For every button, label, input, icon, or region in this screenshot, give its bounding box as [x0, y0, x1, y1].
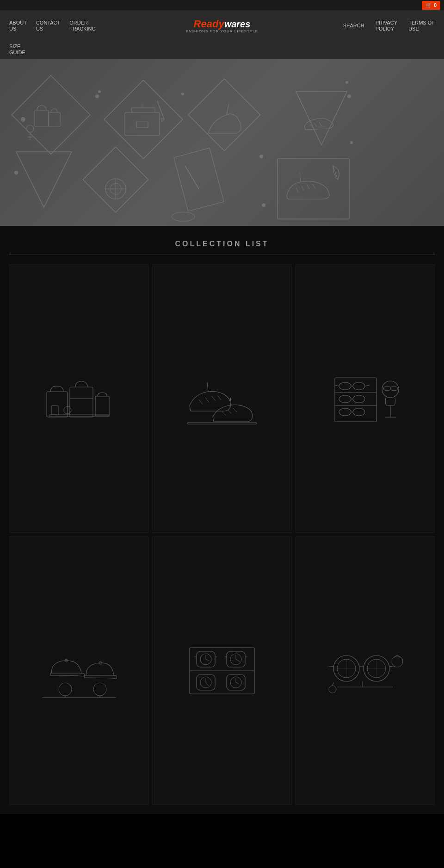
logo-brand2: wares: [224, 19, 251, 29]
svg-line-12: [157, 101, 164, 119]
svg-rect-45: [70, 387, 93, 417]
svg-line-35: [302, 186, 304, 190]
svg-point-87: [59, 683, 72, 696]
logo-brand: Ready: [194, 19, 224, 29]
collection-title: COLLECTION LIST: [9, 240, 435, 248]
collection-grid: [9, 264, 435, 805]
nav-logo[interactable]: Ready wares FASHIONS FOR YOUR LIFESTYLE: [186, 19, 258, 33]
svg-rect-3: [35, 110, 49, 126]
svg-rect-7: [49, 112, 60, 126]
svg-point-127: [392, 656, 403, 667]
svg-rect-30: [174, 148, 224, 212]
svg-line-129: [333, 682, 333, 686]
svg-point-73: [353, 408, 365, 416]
svg-line-19: [314, 123, 317, 127]
svg-line-109: [206, 682, 208, 686]
collection-item-hats[interactable]: [9, 537, 148, 805]
svg-point-76: [383, 386, 391, 391]
svg-line-54: [212, 396, 216, 401]
svg-point-2: [95, 94, 99, 98]
collection-item-footwear[interactable]: [152, 264, 291, 533]
svg-line-37: [313, 184, 315, 188]
logo-tagline: FASHIONS FOR YOUR LIFESTYLE: [186, 29, 258, 33]
nav-search[interactable]: SEARCH: [343, 23, 364, 29]
svg-line-68: [365, 385, 370, 386]
collection-item-eyewear[interactable]: [296, 264, 435, 533]
svg-line-20: [319, 122, 321, 126]
svg-point-4: [26, 125, 34, 132]
svg-line-34: [296, 188, 298, 192]
sunglasses-icon: [323, 643, 407, 699]
svg-rect-60: [187, 423, 257, 424]
svg-point-1: [21, 117, 25, 122]
svg-rect-11: [136, 122, 148, 127]
svg-point-72: [339, 408, 351, 416]
svg-point-16: [172, 212, 195, 221]
svg-line-58: [228, 410, 231, 413]
svg-point-64: [339, 382, 351, 390]
svg-line-51: [207, 382, 208, 392]
collection-section: COLLECTION LIST: [0, 226, 444, 814]
nav-links-right: SEARCH PRIVACY POLICY TERMS OF USE: [343, 20, 435, 32]
cart-button[interactable]: 🛒 0: [422, 1, 440, 10]
hero-inner: [0, 59, 444, 226]
svg-line-123: [327, 666, 333, 667]
svg-point-77: [390, 386, 398, 391]
svg-point-22: [350, 141, 353, 144]
svg-rect-44: [47, 392, 68, 417]
svg-line-55: [217, 395, 221, 400]
svg-point-39: [98, 90, 101, 93]
svg-line-52: [199, 400, 203, 404]
svg-point-40: [181, 93, 184, 95]
svg-rect-32: [278, 159, 349, 219]
collection-item-sunglasses[interactable]: [296, 537, 435, 805]
hero-banner: [0, 59, 444, 226]
svg-rect-14: [188, 79, 260, 151]
nav-bar: ABOUT US CONTACT US ORDER TRACKING Ready…: [0, 10, 444, 42]
cart-icon: 🛒: [426, 2, 432, 8]
svg-rect-49: [51, 406, 58, 415]
svg-point-21: [347, 94, 351, 98]
svg-point-43: [345, 81, 348, 84]
nav-privacy-policy[interactable]: PRIVACY POLICY: [376, 20, 397, 32]
svg-rect-47: [95, 396, 109, 416]
hats-icon: [37, 643, 121, 699]
svg-point-89: [93, 683, 106, 696]
svg-point-128: [329, 686, 336, 693]
nav-contact-us[interactable]: CONTACT US: [36, 20, 60, 32]
top-bar: 🛒 0: [0, 0, 444, 10]
svg-line-33: [300, 173, 301, 182]
svg-line-67: [335, 385, 339, 386]
svg-marker-23: [16, 152, 72, 207]
svg-rect-9: [125, 112, 160, 136]
svg-line-103: [236, 659, 240, 662]
svg-line-57: [222, 412, 226, 415]
hero-svg: [0, 59, 444, 226]
nav-terms-of-use[interactable]: TERMS OF USE: [408, 20, 435, 32]
nav-order-tracking[interactable]: ORDER TRACKING: [69, 20, 96, 32]
svg-line-97: [206, 659, 209, 661]
svg-line-31: [185, 166, 199, 189]
svg-line-53: [205, 398, 209, 402]
svg-line-15: [227, 103, 229, 115]
collection-divider: [9, 255, 435, 255]
eyewear-icon: [326, 373, 404, 424]
svg-point-70: [353, 395, 365, 403]
collection-item-watches[interactable]: [152, 537, 291, 805]
nav-links-left: ABOUT US CONTACT US ORDER TRACKING: [9, 20, 96, 32]
svg-point-65: [353, 382, 365, 390]
nav-size-guide[interactable]: SIZE GUIDE: [9, 44, 25, 56]
svg-point-69: [339, 395, 351, 403]
svg-rect-0: [12, 76, 90, 155]
svg-point-42: [262, 203, 265, 207]
footwear-icon: [180, 371, 264, 426]
svg-line-36: [307, 185, 309, 189]
collection-item-bags[interactable]: [9, 264, 148, 533]
bags-icon: [42, 373, 116, 424]
cart-count: 0: [434, 2, 437, 8]
svg-line-59: [233, 408, 237, 412]
size-guide-bar: SIZE GUIDE: [0, 42, 444, 59]
svg-line-113: [236, 682, 239, 684]
svg-point-24: [14, 171, 18, 175]
nav-about-us[interactable]: ABOUT US: [9, 20, 27, 32]
